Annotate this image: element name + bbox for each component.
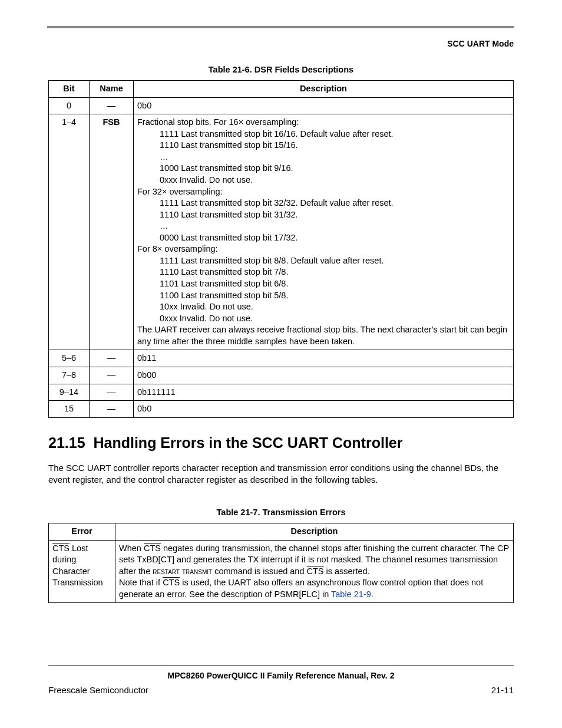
txt: Note that if xyxy=(119,578,163,587)
cell-desc: 0b11 xyxy=(134,350,514,367)
fsb-line: … xyxy=(137,151,510,163)
table-row: 9–14 — 0b111111 xyxy=(49,384,514,401)
fsb-line: … xyxy=(137,220,510,232)
cts-overline: CTS xyxy=(307,566,324,576)
txt: . xyxy=(371,589,373,599)
section-number: 21.15 xyxy=(48,434,85,451)
cts-overline: CTS xyxy=(144,543,161,553)
th-desc: Description xyxy=(115,523,514,541)
header-mode-label: SCC UART Mode xyxy=(48,39,514,48)
cell-name: — xyxy=(90,367,134,384)
page-footer: MPC8260 PowerQUICC II Family Reference M… xyxy=(48,666,514,695)
fsb-line: For 8× oversampling: xyxy=(137,244,218,253)
table-row: 7–8 — 0b00 xyxy=(49,367,514,384)
cell-name: — xyxy=(90,401,134,418)
fsb-line: For 32× oversampling: xyxy=(137,187,223,196)
table-row: 5–6 — 0b11 xyxy=(49,350,514,367)
fsb-line: 1111 Last transmitted stop bit 32/32. De… xyxy=(137,197,510,209)
table-row: 1–4 FSB Fractional stop bits. For 16× ov… xyxy=(49,114,514,350)
txt: When xyxy=(119,543,144,553)
footer-company: Freescale Semiconductor xyxy=(48,685,148,695)
small-caps-text: restart transmit xyxy=(153,566,212,576)
fsb-line: 1111 Last transmitted stop bit 16/16. De… xyxy=(137,129,510,140)
txt: command is issued and xyxy=(212,566,306,576)
th-name: Name xyxy=(90,81,134,98)
fsb-line: 1110 Last transmitted stop bit 31/32. xyxy=(137,209,510,221)
cell-error: CTS Lost during Character Transmission xyxy=(49,540,115,603)
section-paragraph: The SCC UART controller reports characte… xyxy=(48,462,514,486)
section-title: Handling Errors in the SCC UART Controll… xyxy=(93,434,402,451)
table-header-row: Error Description xyxy=(49,523,514,541)
fsb-line: Fractional stop bits. For 16× oversampli… xyxy=(137,117,299,127)
cts-overline: CTS xyxy=(52,543,70,553)
th-desc: Description xyxy=(134,81,514,98)
cell-desc-fsb: Fractional stop bits. For 16× oversampli… xyxy=(134,114,514,350)
txt: is asserted. xyxy=(324,566,370,576)
fsb-line: 0000 Last transmitted stop bit 17/32. xyxy=(137,232,510,244)
fsb-line: 1110 Last transmitted stop bit 7/8. xyxy=(137,266,510,278)
cell-bit: 0 xyxy=(49,97,90,114)
section-heading: 21.15 Handling Errors in the SCC UART Co… xyxy=(48,434,514,452)
table-cross-ref-link[interactable]: Table 21-9 xyxy=(331,589,371,599)
fsb-line: 1000 Last transmitted stop bit 9/16. xyxy=(137,163,510,174)
cell-name: — xyxy=(90,384,134,401)
fsb-line: 1100 Last transmitted stop bit 5/8. xyxy=(137,290,510,302)
fsb-line: 0xxx Invalid. Do not use. xyxy=(137,174,510,186)
cell-name: — xyxy=(90,97,134,114)
cell-name: FSB xyxy=(90,114,134,350)
cell-desc: When CTS negates during transmission, th… xyxy=(115,540,514,603)
cell-bit: 15 xyxy=(49,401,90,418)
table-row: 15 — 0b0 xyxy=(49,401,514,418)
fsb-line: 1110 Last transmitted stop bit 15/16. xyxy=(137,140,510,151)
footer-row: Freescale Semiconductor 21-11 xyxy=(48,685,514,695)
cell-bit: 5–6 xyxy=(49,350,90,367)
document-page: SCC UART Mode Table 21-6. DSR Fields Des… xyxy=(0,0,562,728)
cell-bit: 9–14 xyxy=(49,384,90,401)
table-row: CTS Lost during Character Transmission W… xyxy=(49,540,514,603)
cell-desc: 0b0 xyxy=(134,401,514,418)
fsb-line: 1101 Last transmitted stop bit 6/8. xyxy=(137,278,510,290)
cell-bit: 1–4 xyxy=(49,114,90,350)
table-caption-dsr: Table 21-6. DSR Fields Descriptions xyxy=(48,65,514,74)
footer-page-number: 21-11 xyxy=(491,685,514,695)
th-error: Error xyxy=(49,523,115,541)
txerr-table: Error Description CTS Lost during Charac… xyxy=(48,523,514,603)
header-rule xyxy=(47,26,514,28)
table-header-row: Bit Name Description xyxy=(49,81,514,98)
table-caption-txerr: Table 21-7. Transmission Errors xyxy=(48,508,514,517)
cts-overline: CTS xyxy=(163,578,180,587)
cell-name: — xyxy=(90,350,134,367)
footer-manual-title: MPC8260 PowerQUICC II Family Reference M… xyxy=(48,666,514,680)
dsr-fields-table: Bit Name Description 0 — 0b0 1–4 FSB Fra… xyxy=(48,80,514,418)
cell-desc: 0b0 xyxy=(134,97,514,114)
cell-desc: 0b00 xyxy=(134,367,514,384)
cell-bit: 7–8 xyxy=(49,367,90,384)
fsb-line: The UART receiver can always receive fra… xyxy=(137,325,507,346)
cell-desc: 0b111111 xyxy=(134,384,514,401)
table-row: 0 — 0b0 xyxy=(49,97,514,114)
fsb-line: 10xx Invalid. Do not use. xyxy=(137,301,510,313)
fsb-line: 0xxx Invalid. Do not use. xyxy=(137,313,510,325)
fsb-line: 1111 Last transmitted stop bit 8/8. Defa… xyxy=(137,255,510,267)
th-bit: Bit xyxy=(49,81,90,98)
